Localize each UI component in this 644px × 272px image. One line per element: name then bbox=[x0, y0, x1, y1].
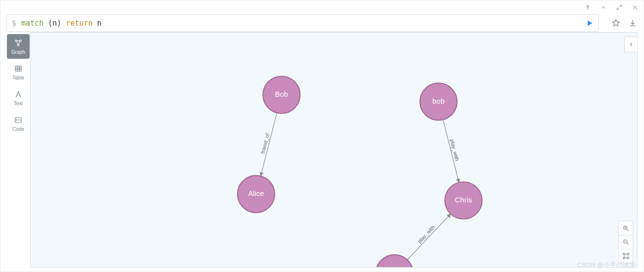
expand-icon[interactable] bbox=[616, 4, 623, 11]
svg-point-8 bbox=[15, 39, 17, 41]
zoom-tools bbox=[618, 221, 633, 263]
close-icon[interactable] bbox=[632, 4, 639, 11]
svg-line-2 bbox=[617, 8, 619, 10]
query-input[interactable]: match (n) return n bbox=[21, 19, 581, 28]
svg-line-1 bbox=[620, 5, 622, 7]
collapse-icon[interactable] bbox=[600, 4, 607, 11]
result-panel: Graph Table Text Code bbox=[6, 32, 638, 268]
node-Alice[interactable]: Alice bbox=[238, 175, 275, 212]
tab-text-label: Text bbox=[14, 101, 23, 106]
details-panel-toggle[interactable] bbox=[624, 37, 637, 52]
query-actions bbox=[605, 19, 644, 28]
svg-point-24 bbox=[445, 182, 482, 219]
graph-canvas[interactable]: friend_ofplay_withplay_with BobAlicebobC… bbox=[30, 32, 638, 268]
titlebar bbox=[0, 0, 644, 14]
node-Chris[interactable]: Chris bbox=[445, 182, 482, 219]
query-bar: $ match (n) return n bbox=[6, 14, 599, 32]
svg-marker-5 bbox=[588, 21, 592, 26]
favorite-icon[interactable] bbox=[612, 19, 620, 28]
svg-line-31 bbox=[627, 243, 628, 244]
svg-rect-33 bbox=[624, 254, 628, 258]
svg-line-11 bbox=[17, 41, 18, 44]
svg-line-12 bbox=[19, 41, 20, 44]
edge-alice-Chris[interactable] bbox=[407, 214, 451, 260]
tab-code[interactable]: Code bbox=[7, 111, 30, 136]
svg-point-25 bbox=[376, 255, 413, 267]
svg-rect-14 bbox=[15, 66, 21, 71]
pin-icon[interactable] bbox=[584, 4, 591, 11]
download-icon[interactable] bbox=[629, 19, 637, 28]
svg-point-9 bbox=[20, 39, 21, 41]
svg-marker-6 bbox=[612, 19, 619, 26]
svg-point-10 bbox=[17, 44, 19, 45]
tab-graph-label: Graph bbox=[11, 49, 25, 55]
tab-table[interactable]: Table bbox=[7, 60, 30, 84]
tab-table-label: Table bbox=[12, 75, 24, 80]
edge-label: play_with bbox=[416, 224, 436, 244]
tab-code-label: Code bbox=[12, 126, 24, 132]
tab-graph[interactable]: Graph bbox=[7, 34, 30, 59]
query-prompt: $ bbox=[7, 19, 21, 28]
zoom-in-button[interactable] bbox=[619, 221, 633, 235]
node-bob[interactable]: bob bbox=[420, 83, 457, 120]
node-alice[interactable]: alice bbox=[376, 255, 413, 267]
svg-point-0 bbox=[587, 5, 589, 7]
tab-text[interactable]: Text bbox=[7, 85, 30, 110]
app-window: $ match (n) return n Graph Table bbox=[0, 0, 644, 272]
view-tabs: Graph Table Text Code bbox=[6, 32, 30, 268]
svg-line-27 bbox=[627, 229, 628, 231]
zoom-fit-button[interactable] bbox=[619, 249, 633, 263]
svg-point-21 bbox=[263, 76, 300, 113]
zoom-out-button[interactable] bbox=[619, 235, 633, 249]
node-Bob[interactable]: Bob bbox=[263, 76, 300, 113]
svg-point-22 bbox=[238, 175, 275, 212]
run-button[interactable] bbox=[581, 19, 599, 27]
svg-point-23 bbox=[420, 83, 457, 120]
graph-svg[interactable]: friend_ofplay_withplay_with BobAlicebobC… bbox=[31, 33, 637, 267]
